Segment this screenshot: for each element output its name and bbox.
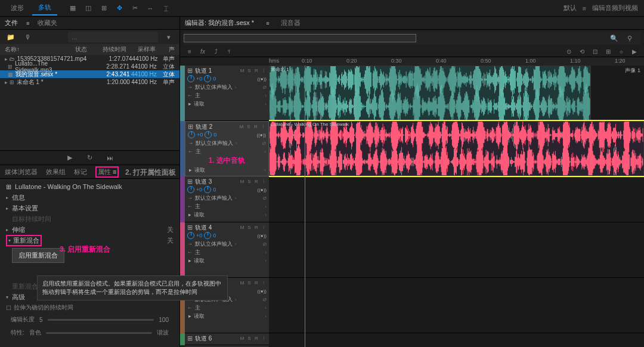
- track-header-4[interactable]: ⊞轨道 4MSR⁝ +00((●)) →默认立体声输入›Ø ←主› ▸读取›: [185, 222, 269, 278]
- volume-knob[interactable]: [187, 232, 194, 239]
- loop-icon[interactable]: ↻: [84, 152, 96, 164]
- col-name[interactable]: 名称↑: [5, 45, 75, 54]
- snap-icon[interactable]: ⊙: [564, 47, 574, 57]
- menu-icon[interactable]: ≡: [583, 5, 586, 12]
- move-tool-icon[interactable]: ✥: [113, 2, 125, 14]
- tooltip: 启用或禁用重新混合模式。如果重新混合模式已启用，在多轨视图中拖动剪辑手柄将生成一…: [37, 275, 228, 300]
- file-columns-header: 名称↑ 状态 持续时间 采样率 声: [0, 44, 179, 55]
- col-duration[interactable]: 持续时间: [98, 45, 126, 54]
- file-row[interactable]: ▦ 我的混音.sesx * 2:43.24144100 Hz立体: [0, 70, 179, 78]
- audio-clip-1[interactable]: 未命名 1: [269, 66, 591, 120]
- track-color-strip: [180, 66, 185, 347]
- effects-tab[interactable]: 效果组: [46, 168, 66, 176]
- track-lane-5[interactable]: [269, 278, 644, 333]
- track-lane-1[interactable]: 未命名 1: [269, 66, 644, 121]
- annotation-2: 2. 打开属性面板: [125, 168, 176, 178]
- pan-knob[interactable]: [204, 232, 211, 239]
- track-header-3[interactable]: ⊞轨道 3MSR⁝ +00((●)) →默认立体声输入›Ø ←主› ▸读取›: [185, 176, 269, 222]
- col-status[interactable]: 状态: [75, 45, 98, 54]
- audio-file-icon: ⊞: [5, 64, 13, 70]
- audio-file-icon: ▸ ⊞: [5, 79, 14, 85]
- stretch-section[interactable]: ▸伸缩关: [0, 224, 179, 235]
- play-icon-2[interactable]: ▶: [630, 47, 639, 57]
- ripple-icon[interactable]: ⟲: [577, 47, 587, 57]
- volume-knob[interactable]: [188, 131, 195, 138]
- open-file-icon[interactable]: 📁: [5, 31, 17, 43]
- track-lane-3[interactable]: [269, 176, 644, 222]
- clip-icon[interactable]: ⊡: [590, 47, 600, 57]
- checkbox-icon: ☐: [6, 305, 11, 311]
- skip-icon[interactable]: ⏭: [104, 152, 116, 164]
- track-lane-2[interactable]: Lullatone - Walking On The Sidewalk: [269, 121, 644, 176]
- send-icon[interactable]: ⤴: [211, 47, 221, 57]
- fx-icon[interactable]: fx: [198, 47, 208, 57]
- razor-tool-icon[interactable]: ✂: [129, 2, 141, 14]
- auto-icon[interactable]: ⟐: [617, 47, 626, 57]
- overview-range[interactable]: [184, 34, 416, 42]
- volume-knob[interactable]: [187, 186, 194, 193]
- pan-knob[interactable]: [204, 186, 211, 193]
- session-file-icon: ▦: [5, 72, 13, 78]
- track-header-2[interactable]: ⊞轨道 2MSR⁝ +00((●)) →默认立体声输入›Ø ←主› 1. 选中音…: [185, 121, 269, 176]
- basic-section[interactable]: ▸基本设置: [0, 203, 179, 213]
- files-tab[interactable]: 文件: [5, 18, 18, 27]
- file-row[interactable]: ▸ ⊞ 未命名 1 * 1:20.00044100 Hz单声: [0, 78, 179, 86]
- file-list: ▸ 🗁 15395233881574721.mp4 1:27.07444100 …: [0, 55, 179, 138]
- track-header-6[interactable]: ⊞轨道 6MSR⁝: [185, 333, 269, 345]
- wave-tab[interactable]: 波形: [5, 1, 30, 15]
- volume-knob[interactable]: [187, 75, 194, 82]
- properties-tab[interactable]: 属性 ≡: [95, 166, 119, 178]
- editor-tab-mixer[interactable]: 混音器: [281, 18, 301, 27]
- overview-bar[interactable]: 🔍 ⚲: [184, 32, 640, 45]
- playhead[interactable]: [305, 66, 305, 347]
- enable-remix-button[interactable]: 启用重新混合: [12, 248, 64, 263]
- toolbar-menu-icon[interactable]: ≡: [185, 47, 194, 57]
- tracks-area: ⊞轨道 1MSR⁝ +00((●)) →默认立体声输入›Ø ←主› ▸读取› ⊞…: [180, 66, 644, 347]
- tool-icon-1[interactable]: ▦: [67, 2, 79, 14]
- audio-clip-2[interactable]: Lullatone - Walking On The Sidewalk: [269, 121, 644, 176]
- media-browser-tab[interactable]: 媒体浏览器: [5, 168, 38, 176]
- slip-tool-icon[interactable]: ↔: [144, 2, 156, 14]
- expand-icon[interactable]: ⊞: [187, 334, 193, 342]
- track-header-1[interactable]: ⊞轨道 1MSR⁝ +00((●)) →默认立体声输入›Ø ←主› ▸读取›: [185, 66, 269, 121]
- feature-slider[interactable]: 特性:音色谐波: [0, 326, 179, 339]
- grid-icon[interactable]: ⊞: [98, 2, 110, 14]
- transport-bar: ▶ ↻ ⏭: [0, 150, 179, 165]
- workspace-default[interactable]: 默认: [564, 4, 577, 13]
- tool-icon-2[interactable]: ◫: [82, 2, 94, 14]
- zoom-icon[interactable]: 🔍: [608, 32, 620, 44]
- eq-icon[interactable]: ⫯: [224, 47, 234, 57]
- clips-area[interactable]: 声像 1 未命名 1 Lullatone - Walking On The Si…: [269, 66, 644, 347]
- expand-icon[interactable]: ⊞: [188, 123, 193, 131]
- filter-icon[interactable]: ▾: [163, 31, 175, 43]
- properties-panel: ⊞Lullatone - Walking On The Sidewalk ▸信息…: [0, 179, 179, 347]
- pan-knob[interactable]: [205, 131, 212, 138]
- file-row[interactable]: ⊞ Lullato...The Sidewalk.mp3 2:28.271441…: [0, 63, 179, 70]
- exact-duration-checkbox[interactable]: ☐拉伸为确切的持续时间: [0, 302, 179, 313]
- group-icon[interactable]: ⊞: [603, 47, 613, 57]
- multitrack-tab[interactable]: 多轨: [32, 1, 57, 16]
- expand-icon[interactable]: ⊞: [187, 67, 193, 75]
- editor-tab-session[interactable]: 编辑器: 我的混音.sesx *: [185, 18, 254, 27]
- record-icon[interactable]: 🎙: [21, 31, 33, 43]
- expand-icon[interactable]: ⊞: [187, 178, 193, 185]
- expand-icon[interactable]: ⊞: [187, 224, 193, 231]
- track-lane-4[interactable]: [269, 222, 644, 278]
- clip-title-row: ⊞Lullatone - Walking On The Sidewalk: [0, 181, 179, 192]
- edit-length-slider[interactable]: 编辑长度5100: [0, 313, 179, 326]
- info-section[interactable]: ▸信息: [0, 192, 179, 203]
- workspace-edit-av[interactable]: 编辑音频到视频: [592, 4, 638, 13]
- time-tool-icon[interactable]: ⌶: [160, 2, 172, 14]
- search-input[interactable]: ...: [68, 32, 158, 42]
- col-channels[interactable]: 声: [156, 45, 175, 54]
- timeline-ruler[interactable]: hms 0:10 0:20 0:30 0:40 0:50 1:00 1:10 1…: [269, 57, 644, 66]
- pan-knob[interactable]: [204, 75, 211, 82]
- target-duration-row: 目标持续时间: [0, 213, 179, 224]
- play-icon[interactable]: ▶: [64, 152, 76, 164]
- markers-tab[interactable]: 标记: [74, 168, 87, 176]
- files-tab-menu-icon[interactable]: ≡: [26, 20, 29, 26]
- favorites-tab[interactable]: 收藏夹: [38, 18, 57, 27]
- folder-icon: ▸ 🗁: [5, 56, 15, 62]
- link-icon[interactable]: ⚲: [624, 32, 636, 44]
- col-rate[interactable]: 采样率: [126, 45, 155, 54]
